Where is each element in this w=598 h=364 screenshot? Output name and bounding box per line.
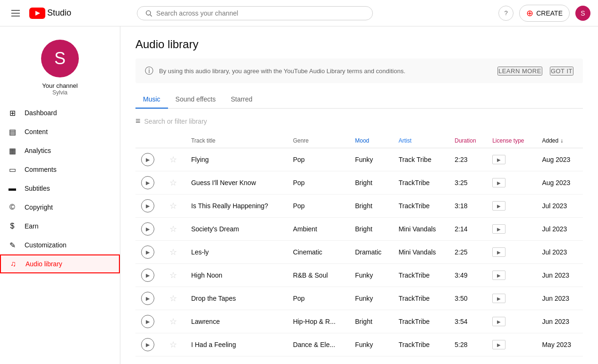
comments-icon: ▭ [8, 165, 17, 174]
license-icon-6[interactable]: ▶ [492, 294, 505, 303]
artist-8: TrackTribe [393, 333, 449, 356]
play-button-6[interactable]: ▶ [141, 292, 154, 305]
tab-music[interactable]: Music [135, 91, 168, 109]
artist-2: TrackTribe [393, 195, 449, 218]
play-button-1[interactable]: ▶ [141, 176, 154, 189]
license-icon-4[interactable]: ▶ [492, 247, 505, 257]
star-button-5[interactable]: ☆ [169, 271, 177, 280]
sort-arrow: ↓ [560, 137, 563, 144]
star-button-0[interactable]: ☆ [169, 155, 177, 164]
sidebar-item-subtitles[interactable]: ▬ Subtitles [0, 179, 120, 198]
artist-5: TrackTribe [393, 264, 449, 287]
notice-left: ⓘ By using this audio library, you agree… [145, 65, 405, 76]
notice-text: By using this audio library, you agree w… [159, 68, 405, 75]
filter-icon: ≡ [135, 116, 141, 126]
genre-7: Hip-Hop & R... [287, 310, 350, 333]
play-button-0[interactable]: ▶ [141, 153, 154, 166]
channel-sub: Sylvia [52, 89, 67, 96]
col-header-mood[interactable]: Mood [349, 134, 393, 148]
tab-sound-effects[interactable]: Sound effects [168, 91, 223, 109]
channel-avatar[interactable]: S [41, 40, 79, 77]
row-actions-6: ▶ [141, 292, 158, 305]
license-icon-2[interactable]: ▶ [492, 201, 505, 211]
play-button-2[interactable]: ▶ [141, 199, 154, 212]
play-cell-4: ▶ [135, 241, 164, 264]
audio-library-icon: ♫ [8, 260, 18, 268]
col-header-license[interactable]: License type [487, 134, 536, 148]
table-row: ▶ ☆ Is This Really Happening? Pop Bright… [135, 195, 583, 218]
col-header-track-title[interactable]: Track title [185, 134, 287, 148]
col-header-added[interactable]: Added↓ [536, 134, 583, 148]
license-icon-8[interactable]: ▶ [492, 340, 505, 349]
header: Studio ? ⊕ CREATE S [0, 0, 598, 26]
sidebar-item-audio-library[interactable]: ♫ Audio library [0, 254, 120, 273]
play-button-4[interactable]: ▶ [141, 245, 154, 259]
row-actions-7: ▶ [141, 315, 158, 328]
star-button-6[interactable]: ☆ [169, 294, 177, 303]
col-header-duration[interactable]: Duration [449, 134, 487, 148]
star-button-3[interactable]: ☆ [169, 224, 177, 234]
help-icon: ? [505, 9, 508, 17]
star-button-1[interactable]: ☆ [169, 178, 177, 187]
mood-3: Bright [349, 218, 393, 241]
star-button-2[interactable]: ☆ [169, 201, 177, 211]
tab-starred[interactable]: Starred [223, 91, 260, 109]
track-title-7: Lawrence [185, 310, 287, 333]
table-row: ▶ ☆ Society's Dream Ambient Bright Mini … [135, 218, 583, 241]
sidebar-item-dashboard[interactable]: ⊞ Dashboard [0, 103, 120, 122]
license-icon-0[interactable]: ▶ [492, 155, 505, 164]
col-header-artist[interactable]: Artist [393, 134, 449, 148]
artist-6: TrackTribe [393, 287, 449, 310]
sidebar-item-copyright[interactable]: © Copyright [0, 198, 120, 217]
search-input[interactable] [156, 9, 365, 17]
artist-4: Mini Vandals [393, 241, 449, 264]
star-button-4[interactable]: ☆ [169, 247, 177, 257]
star-button-7[interactable]: ☆ [169, 317, 177, 326]
license-icon-3[interactable]: ▶ [492, 224, 505, 234]
artist-1: TrackTribe [393, 171, 449, 195]
license-4: ▶ [487, 241, 536, 264]
license-icon-5[interactable]: ▶ [492, 271, 505, 280]
license-icon-7[interactable]: ▶ [492, 317, 505, 326]
play-button-5[interactable]: ▶ [141, 269, 154, 282]
row-actions-8: ▶ [141, 338, 158, 351]
sidebar: S Your channel Sylvia ⊞ Dashboard ▤ Cont… [0, 26, 120, 364]
duration-5: 3:49 [449, 264, 487, 287]
sidebar-item-analytics[interactable]: ▦ Analytics [0, 141, 120, 160]
star-button-8[interactable]: ☆ [169, 340, 177, 349]
menu-button[interactable] [8, 6, 24, 20]
star-cell-6: ☆ [164, 287, 185, 310]
play-button-7[interactable]: ▶ [141, 315, 154, 328]
avatar[interactable]: S [575, 6, 590, 21]
star-cell-1: ☆ [164, 171, 185, 195]
table-row: ▶ ☆ Flying Pop Funky Track Tribe 2:23 ▶ … [135, 148, 583, 171]
earn-icon: $ [8, 222, 17, 230]
play-button-8[interactable]: ▶ [141, 338, 154, 351]
got-it-button[interactable]: GOT IT [550, 67, 573, 76]
help-button[interactable]: ? [498, 6, 514, 21]
track-title-4: Les-ly [185, 241, 287, 264]
col-header-genre[interactable]: Genre [287, 134, 350, 148]
added-1: Aug 2023 [536, 171, 583, 195]
content-icon: ▤ [8, 127, 17, 136]
sidebar-item-content[interactable]: ▤ Content [0, 122, 120, 141]
analytics-icon: ▦ [8, 146, 17, 155]
filter-input[interactable] [144, 118, 583, 125]
sidebar-item-comments[interactable]: ▭ Comments [0, 160, 120, 179]
added-6: Jun 2023 [536, 287, 583, 310]
sidebar-label-comments: Comments [25, 166, 57, 173]
col-header-play [135, 134, 164, 148]
logo[interactable]: Studio [29, 8, 71, 19]
svg-line-3 [150, 15, 152, 17]
sidebar-item-customization[interactable]: ✎ Customization [0, 236, 120, 254]
play-button-3[interactable]: ▶ [141, 222, 154, 236]
added-7: Jun 2023 [536, 310, 583, 333]
row-actions-3: ▶ [141, 222, 158, 236]
sidebar-item-earn[interactable]: $ Earn [0, 217, 120, 236]
play-cell-2: ▶ [135, 195, 164, 218]
create-button[interactable]: ⊕ CREATE [519, 5, 570, 22]
learn-more-button[interactable]: LEARN MORE [497, 67, 542, 76]
mood-5: Funky [349, 264, 393, 287]
sidebar-label-analytics: Analytics [25, 147, 51, 154]
license-icon-1[interactable]: ▶ [492, 178, 505, 187]
